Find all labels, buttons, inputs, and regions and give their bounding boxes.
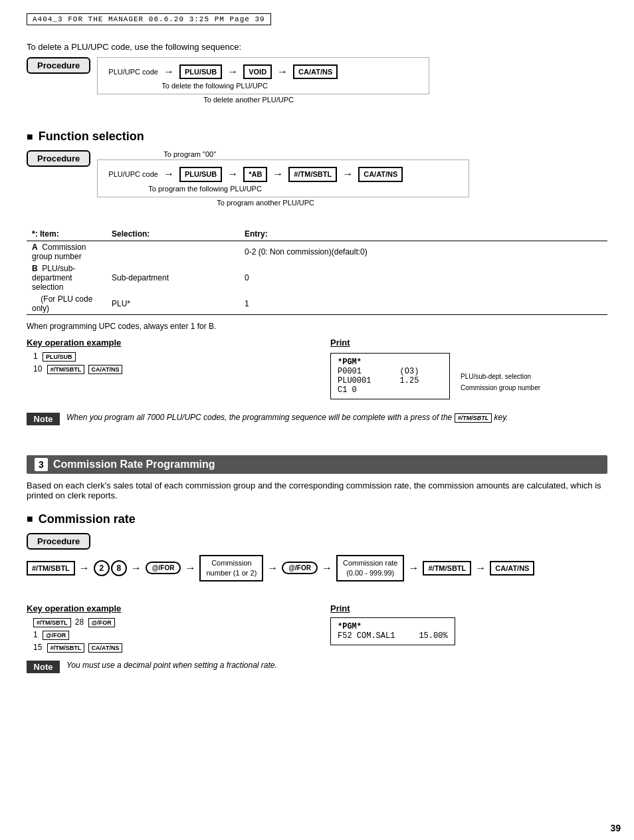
proc1-note-another: To delete another PLU/UPC (203, 96, 429, 104)
key-tm-sbtl: #/TM/SBTL (288, 167, 337, 181)
upc-note: When programming UPC codes, always enter… (27, 322, 607, 331)
proc2-note-00: To program "00" (163, 150, 469, 158)
selection-table: *: Item: Selection: Entry: A Commission … (27, 227, 607, 315)
row-b-item: B PLU/sub-department selection (27, 262, 106, 293)
key-for-1: @/FOR (146, 562, 181, 574)
key-15-num: 15 (33, 643, 42, 652)
print-line-p0001: P0001 (O3) (338, 367, 443, 376)
arr-c7: → (475, 562, 486, 574)
key-seq-1: 1 PLU/SUB (33, 352, 304, 362)
print-line-f52: F52 COM.SAL1 15.00% (338, 631, 448, 641)
page-number: 39 (610, 823, 621, 833)
print-heading1: Print (330, 338, 607, 348)
key-ca-ns-small: CA/AT/NS (88, 365, 123, 374)
commission-flow: #/TM/SBTL → 2 8 → @/FOR → Commissionnumb… (27, 555, 607, 582)
key-ca-ns-seq2: CA/AT/NS (88, 643, 123, 653)
key-1-num: 1 (33, 630, 38, 639)
key-op-example2: Key operation example #/TM/SBTL 28 @/FOR… (27, 603, 607, 653)
key-op-col1: Key operation example 1 PLU/SUB 10 #/TM/… (27, 338, 304, 405)
key-seq2-2: 1 @/FOR (33, 630, 304, 640)
key-2-circle: 2 (94, 560, 110, 576)
row-a-selection (106, 241, 239, 262)
proc2-note-following: To program the following PLU/UPC (148, 185, 458, 193)
print-box2: *PGM* F52 COM.SAL1 15.00% (330, 617, 455, 645)
commission-rate-heading: Commission rate (27, 512, 607, 526)
print-heading2: Print (330, 603, 607, 613)
arrow1: → (163, 66, 174, 78)
key-plu-sub-2: PLU/SUB (179, 167, 222, 181)
comm-rate-box: Commission rate(0.00 - 999.99) (336, 555, 405, 582)
procedure2-badge: Procedure (27, 150, 90, 167)
arrow7: → (342, 168, 353, 180)
annotation-plu-subdept: PLU/sub-dept. selection (461, 373, 540, 380)
commission-section-heading: Commission Rate Programming (53, 459, 215, 471)
key-seq-2-num: 10 (33, 364, 42, 373)
row-b2-item: (For PLU code only) (27, 293, 106, 315)
row-a-entry: 0-2 (0: Non commission)(default:0) (239, 241, 607, 262)
note-box2: Note You must use a decimal point when s… (27, 661, 607, 673)
key-plu-sub-small: PLU/SUB (43, 352, 76, 362)
header-bar: A404_3 FOR THE MANAGER 06.6.20 3:25 PM P… (27, 13, 607, 32)
key-void: VOID (243, 64, 272, 79)
col-selection: Selection: (106, 227, 239, 241)
commission-section-desc: Based on each clerk's sales total of eac… (27, 480, 607, 500)
print-box1: *PGM* P0001 (O3) PLU0001 1.25 C1 0 (330, 353, 450, 399)
procedure1-badge: Procedure (27, 57, 90, 74)
proc1-label-plu-upc: PLU/UPC code (108, 68, 158, 76)
procedure2-flow: PLU/UPC code → PLU/SUB → *AB → #/TM/SBTL… (108, 167, 458, 181)
row-b-selection: Sub-department (106, 262, 239, 293)
table-row: A Commission group number 0-2 (0: Non co… (27, 241, 607, 262)
arr-c2: → (131, 562, 142, 574)
key-for-seq2-2: @/FOR (43, 631, 69, 640)
key-op-heading2: Key operation example (27, 603, 304, 613)
key-ca-at-ns-1: CA/AT/NS (293, 64, 338, 79)
key-for-2: @/FOR (282, 562, 318, 574)
key-op-keys: 1 PLU/SUB 10 #/TM/SBTL CA/AT/NS (33, 352, 304, 374)
note1-text: When you program all 7000 PLU/UPC codes,… (66, 413, 508, 423)
key-tm-sbtl-comm: #/TM/SBTL (27, 561, 75, 576)
col-entry: Entry: (239, 227, 607, 241)
arrow4: → (163, 168, 174, 180)
commission-section-header: 3 Commission Rate Programming (27, 455, 607, 474)
note-box1: Note When you program all 7000 PLU/UPC c… (27, 413, 607, 425)
key-28: 28 (75, 617, 84, 627)
print-line-pgm: *PGM* (338, 358, 443, 367)
key-seq-1-num: 1 (33, 352, 38, 361)
key-op-heading1: Key operation example (27, 338, 304, 348)
arr-c6: → (408, 562, 419, 574)
note2-label: Note (27, 661, 60, 673)
arrow5: → (227, 168, 238, 180)
key-tm-sbtl-small: #/TM/SBTL (47, 365, 85, 374)
key-tm-sbtl-seq2: #/TM/SBTL (33, 618, 71, 627)
key-op-col2: Key operation example #/TM/SBTL 28 @/FOR… (27, 603, 304, 653)
header-text: A404_3 FOR THE MANAGER 06.6.20 3:25 PM P… (27, 13, 271, 25)
procedure1-diagram: Procedure PLU/UPC code → PLU/SUB → VOID … (27, 57, 607, 104)
key-tm-sbtl-comm2: #/TM/SBTL (423, 561, 471, 576)
print-line-plu0001: PLU0001 1.25 (338, 376, 443, 385)
arrow3: → (277, 66, 288, 78)
arr-c1: → (79, 562, 90, 574)
row-b2-entry: 1 (239, 293, 607, 315)
proc2-note-another: To program another PLU/UPC (217, 199, 469, 207)
key-ca-at-ns-3: CA/AT/NS (490, 561, 534, 576)
arr-c4: → (267, 562, 278, 574)
procedure3-badge: Procedure (27, 533, 90, 550)
comm-number-box: Commissionnumber (1 or 2) (199, 555, 263, 582)
key-seq2-1: #/TM/SBTL 28 @/FOR (33, 617, 304, 627)
note2-text: You must use a decimal point when settin… (66, 661, 277, 670)
proc1-note-following: To delete the following PLU/UPC (161, 82, 268, 90)
procedure1-flow: PLU/UPC code → PLU/SUB → VOID → CA/AT/NS (108, 64, 418, 79)
key-8-circle: 8 (111, 560, 127, 576)
function-selection-heading: Function selection (27, 130, 607, 144)
key-seq-2: 10 #/TM/SBTL CA/AT/NS (33, 364, 304, 374)
arr-c5: → (322, 562, 332, 574)
intro-text: To delete a PLU/UPC code, use the follow… (27, 42, 607, 52)
arrow6: → (272, 168, 283, 180)
key-op-keys2: #/TM/SBTL 28 @/FOR 1 @/FOR 15 #/TM/SBTL … (33, 617, 304, 653)
key-ab: *AB (243, 167, 267, 181)
key-op-example1: Key operation example 1 PLU/SUB 10 #/TM/… (27, 338, 607, 405)
table-row: (For PLU code only) PLU* 1 (27, 293, 607, 315)
procedure2-diagram: Procedure To program "00" PLU/UPC code →… (27, 150, 607, 206)
row-b-entry: 0 (239, 262, 607, 293)
table-row: B PLU/sub-department selection Sub-depar… (27, 262, 607, 293)
